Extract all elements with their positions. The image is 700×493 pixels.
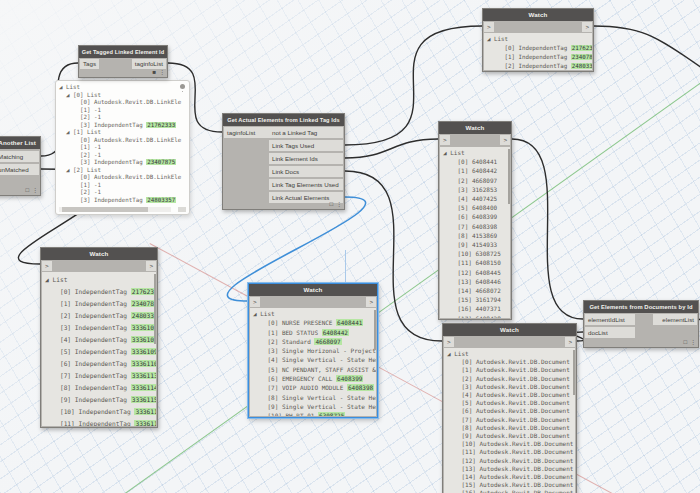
list-row: [6] EMERGENCY CALL 6408399 [250, 374, 376, 383]
watch-input-port[interactable]: > [484, 22, 494, 32]
context-menu-icon[interactable]: ⋮ [336, 201, 342, 207]
output-port[interactable]: not a Linked Tag [269, 127, 343, 138]
watch-input-port[interactable]: > [250, 297, 260, 307]
node-watch-independent-tags[interactable]: Watch > > ◢ List [0] IndependentTag 2176… [40, 247, 158, 428]
watch-output-port[interactable]: > [582, 22, 592, 32]
output-port[interactable]: Link Docs [269, 166, 343, 177]
vertical-scrollbar-thumb[interactable] [508, 149, 510, 204]
node-title-bar[interactable]: Watch [41, 248, 157, 260]
id-value-chip: 33361165 [134, 420, 156, 426]
output-port[interactable]: Matching [0, 151, 39, 162]
context-menu-icon[interactable]: ⋮ [690, 339, 696, 345]
output-port[interactable]: Link Element Ids [269, 153, 343, 164]
node-watch-tags-used[interactable]: Watch > > ◢ List [0] IndependentTag 2176… [482, 8, 594, 72]
list-row: [10] BH-RT-01 6308725 [250, 411, 376, 416]
list-row: [10] Autodesk.Revit.DB.Document [444, 440, 575, 448]
watch-input-port[interactable]: > [440, 135, 450, 145]
input-port[interactable]: elementIdList [585, 314, 635, 325]
list-row: [3] Single Horizonal - Project Co [250, 346, 376, 355]
output-port[interactable]: unMatched [0, 164, 39, 175]
list-row: [13] Autodesk.Revit.DB.Document [444, 465, 575, 473]
wire-watch-tr-output[interactable] [594, 26, 700, 68]
vertical-scrollbar-thumb[interactable] [573, 350, 575, 395]
node-title-bar[interactable]: Watch [249, 284, 377, 296]
list-row: [11] IndependentTag 33361165 [42, 418, 156, 426]
list-row: [2] Autodesk.Revit.DB.Document [444, 375, 575, 383]
id-value-chip: 23407875 [571, 54, 592, 60]
output-port-elementlist[interactable]: elementList [653, 314, 697, 325]
list-row: ◢ List [56, 84, 189, 92]
id-value-chip: 6408399 [336, 375, 363, 382]
id-value-chip: 33361150 [131, 396, 156, 403]
list-row: [9] Single Vertical - State Healt [250, 402, 376, 411]
node-title-bar[interactable]: n Another List [0, 137, 40, 149]
list-row: [5] 6408400 [440, 203, 510, 212]
list-row: [0] IndependentTag 21762333 [42, 286, 156, 298]
workspace-canvas[interactable]: n Another List MatchingunMatched □⋮ Get … [0, 0, 700, 493]
list-row: [8] 4153869 [440, 231, 510, 240]
wire-linkelementids-to-watch-mid[interactable] [345, 139, 438, 158]
watch-output-port[interactable]: > [500, 135, 510, 145]
list-row: [8] Autodesk.Revit.DB.Document [444, 424, 575, 432]
input-port-tags[interactable]: Tags [80, 59, 99, 69]
node-watch-element-ids[interactable]: Watch > > ◢ List [0] 6408441 [1] 6408442… [438, 121, 512, 320]
node-watch-actual-elements[interactable]: Watch > > ◢ List [0] NURSE PRESENCE 6408… [248, 283, 378, 418]
list-row: [8] Single Vertical - State Healt [250, 393, 376, 402]
preview-toggle-icon[interactable]: □ [683, 339, 687, 345]
watch-output-port[interactable]: > [146, 261, 156, 271]
preview-toggle-icon[interactable]: ■ [152, 69, 156, 75]
list-row: [0] NURSE PRESENCE 6408441 [250, 318, 376, 327]
list-row: [5] IndependentTag 33361091 [42, 346, 156, 358]
node-title-bar[interactable]: Get Tagged Linked Element Id [79, 46, 167, 58]
watch-output-port[interactable]: > [565, 337, 575, 347]
list-row: [8] IndependentTag 33361140 [42, 382, 156, 394]
context-menu-icon[interactable]: ⋮ [32, 187, 38, 193]
vertical-scrollbar-thumb[interactable] [374, 310, 376, 350]
pin-icon[interactable] [180, 84, 185, 89]
list-row: ◢ List [444, 350, 575, 358]
list-row: [1] -1 [56, 182, 189, 190]
list-row: [3] Autodesk.Revit.DB.Document [444, 383, 575, 391]
vertical-scrollbar-thumb[interactable] [154, 274, 156, 344]
list-row: [4] Single Vertical - State Healt [250, 355, 376, 364]
node-watch-documents[interactable]: Watch > > ◢ List [0] Autodesk.Revit.DB.D… [442, 323, 577, 493]
node-title-bar[interactable]: Get Elements from Documents by Id [584, 301, 698, 313]
watch-input-port[interactable]: > [42, 261, 52, 271]
list-row: [1] IndependentTag 23407875 [484, 53, 592, 62]
list-row: [10] IndependentTag 33361163 [42, 406, 156, 418]
list-row: [7] 6408398 [440, 222, 510, 231]
node-title-bar[interactable]: Get Actual Elements from Linked Tag Ids [223, 114, 344, 126]
preview-bubble[interactable]: ◢ List ◢ [0] List [0] Autodesk.Revit.DB.… [55, 80, 190, 215]
id-value-chip: 24803357 [571, 63, 592, 69]
list-row: [16] Autodesk.Revit.DB.Document [444, 489, 575, 493]
node-title-bar[interactable]: Watch [443, 324, 576, 336]
output-port[interactable]: Link Tag Elements Used [269, 179, 343, 190]
preview-toggle-icon[interactable]: □ [329, 201, 333, 207]
input-port-taginfolist[interactable]: taginfoList [224, 127, 270, 138]
list-row: [6] IndependentTag 33361102 [42, 358, 156, 370]
list-row: [1] -1 [56, 107, 189, 115]
output-port[interactable]: Link Tags Used [269, 140, 343, 151]
node-filter-by-another-list[interactable]: n Another List MatchingunMatched □⋮ [0, 136, 41, 196]
output-port-taginfolist[interactable]: taginfoList [132, 59, 166, 69]
node-get-tagged-linked-element-id[interactable]: Get Tagged Linked Element Id Tags taginf… [78, 45, 168, 78]
id-value-chip: 21762333 [146, 122, 176, 128]
node-title-bar[interactable]: Watch [439, 122, 511, 134]
watch-input-port[interactable]: > [444, 337, 454, 347]
node-get-elements-from-documents[interactable]: Get Elements from Documents by Id elemen… [583, 300, 699, 348]
id-value-chip: 33361091 [131, 348, 156, 355]
list-row: [15] 3161794 [440, 295, 510, 304]
id-value-chip: 4668097 [314, 338, 341, 345]
context-menu-icon[interactable]: ⋮ [159, 69, 165, 75]
watch-output-port[interactable]: > [366, 297, 376, 307]
list-row: [3] IndependentTag 33361082 [42, 322, 156, 334]
horizontal-scrollbar-thumb[interactable] [62, 207, 148, 212]
node-title-bar[interactable]: Watch [483, 9, 593, 21]
wire-watch-mid-to-elementidlist[interactable] [512, 139, 583, 319]
list-row: [0] IndependentTag 21762333 [484, 44, 592, 53]
list-row: [0] Autodesk.Revit.DB.LinkEle [56, 137, 189, 145]
preview-toggle-icon[interactable]: □ [25, 187, 29, 193]
input-port[interactable]: docList [585, 327, 635, 338]
list-row: [5] NC PENDANT, STAFF ASSIST & CA [250, 365, 376, 374]
node-get-actual-elements[interactable]: Get Actual Elements from Linked Tag Ids … [222, 113, 345, 210]
